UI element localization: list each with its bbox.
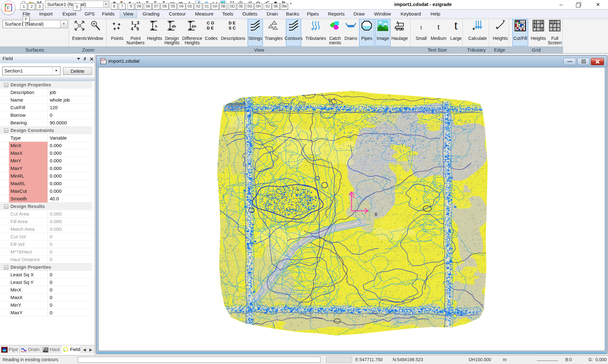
- svg-text:S: S: [229, 26, 231, 30]
- svg-text:5: 5: [136, 26, 139, 31]
- svg-text:D: D: [229, 21, 231, 25]
- svg-text:F: F: [7, 5, 10, 10]
- svg-text:3: 3: [137, 20, 139, 25]
- svg-text:h: h: [155, 24, 157, 28]
- svg-text:t: t: [437, 22, 440, 31]
- svg-text:2: 2: [134, 23, 136, 28]
- svg-text:DOC: DOC: [101, 59, 105, 61]
- svg-text:E: E: [233, 21, 236, 25]
- svg-text:dh: dh: [172, 24, 176, 28]
- svg-text:C: C: [207, 21, 210, 25]
- svg-text:4: 4: [131, 26, 133, 31]
- svg-text:E: E: [211, 26, 214, 30]
- svg-text:t: t: [454, 20, 458, 31]
- svg-text:1: 1: [131, 20, 134, 25]
- svg-text:D: D: [207, 26, 210, 30]
- svg-text:O: O: [211, 21, 214, 25]
- svg-text:X: X: [374, 211, 377, 217]
- svg-text:C: C: [233, 26, 236, 30]
- svg-text:t: t: [420, 24, 422, 31]
- svg-text:Δh: Δh: [192, 24, 196, 28]
